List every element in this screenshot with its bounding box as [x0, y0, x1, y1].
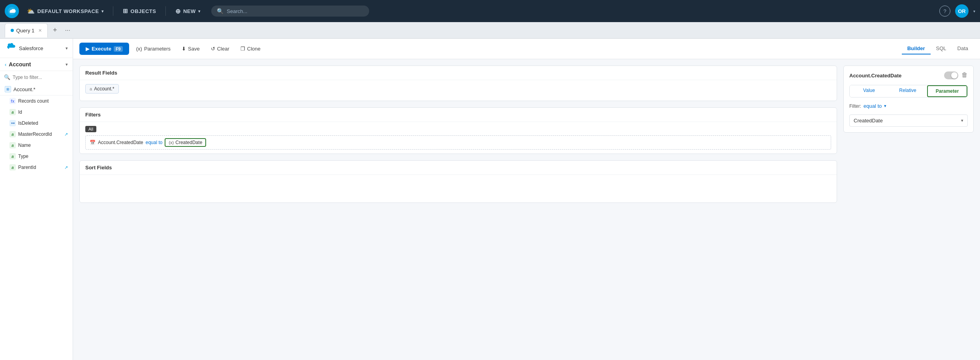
field-type-toggle-icon: ⊶ [9, 120, 16, 126]
toggle-knob [951, 72, 957, 79]
field-label-records-count: Records count [18, 98, 68, 104]
help-button[interactable]: ? [939, 6, 950, 17]
field-link-parentid[interactable]: ↗ [64, 165, 68, 170]
sidebar-filter-input[interactable] [13, 75, 72, 80]
filter-row-op: equal to [146, 140, 163, 145]
filters-body: All 📅 Account.CreatedDate equal to (x) C… [80, 122, 837, 154]
field-link-masterrecordid[interactable]: ↗ [64, 132, 68, 137]
tab-data[interactable]: Data [952, 43, 974, 54]
execute-button[interactable]: ▶ Execute F9 [79, 43, 129, 55]
objects-label: OBJECTS [131, 8, 156, 14]
filter-op-label: Filter: [849, 103, 861, 109]
sidebar-account-label: Account [9, 61, 66, 68]
filter-param-value: CreatedDate [175, 140, 202, 145]
clone-icon: ❐ [240, 46, 245, 52]
delete-button[interactable]: 🗑 [961, 71, 968, 79]
filter-value-tab[interactable]: Value [850, 85, 888, 97]
sidebar-field-masterrecordid[interactable]: a MasterRecordId ↗ [0, 129, 73, 140]
filter-value-tab-label: Value [863, 88, 875, 93]
sidebar-back-button[interactable]: ‹ [5, 62, 6, 68]
sidebar-field-name[interactable]: a Name [0, 140, 73, 151]
filter-type-tabs: Value Relative Parameter [849, 85, 968, 98]
right-panel: Account.CreatedDate 🗑 Value Relative [843, 66, 974, 133]
filter-relative-tab[interactable]: Relative [888, 85, 927, 97]
result-field-icon: a [90, 86, 92, 91]
field-label-name: Name [18, 142, 68, 148]
sidebar-field-records-count[interactable]: fx Records count [0, 96, 73, 107]
save-label: Save [188, 46, 200, 52]
tab-close-button[interactable]: ✕ [38, 28, 42, 33]
field-label-type: Type [18, 154, 68, 159]
sidebar-filter-row: 🔍 ⚙ ↺ [0, 71, 73, 83]
nav-sep-1 [113, 6, 113, 16]
workspace-nav-item[interactable]: ⛅ DEFAULT WORKSPACE ▾ [22, 5, 108, 17]
execute-label: Execute [92, 46, 111, 52]
sort-fields-header: Sort Fields [80, 161, 837, 175]
filter-param-icon: (x) [169, 140, 174, 145]
right-panel-actions: 🗑 [944, 71, 968, 79]
filter-row-icon: 📅 [90, 140, 96, 145]
global-search[interactable]: 🔍 Search... [211, 6, 369, 17]
filter-row-param[interactable]: (x) CreatedDate [165, 138, 206, 147]
filter-op-row: Filter: equal to ▾ [849, 103, 968, 109]
tab-label: Query 1 [16, 28, 34, 34]
sidebar-datasource-header[interactable]: Salesforce ▾ [0, 39, 73, 58]
workspace-label: DEFAULT WORKSPACE [38, 8, 99, 14]
tab-data-label: Data [957, 45, 968, 51]
save-button[interactable]: ⬇ Save [178, 43, 204, 54]
main-layout: Salesforce ▾ ‹ Account ▾ 🔍 ⚙ ↺ ⊞ Account… [0, 39, 980, 360]
sidebar-field-isdeleted[interactable]: ⊶ IsDeleted [0, 118, 73, 129]
field-type-a-icon-5: a [9, 164, 16, 171]
avatar-chevron[interactable]: ▾ [973, 9, 975, 13]
help-label: ? [943, 8, 946, 14]
tab-sql[interactable]: SQL [931, 43, 952, 54]
execute-shortcut: F9 [114, 46, 123, 52]
field-type-a-icon: a [9, 109, 16, 115]
sidebar-object-icon: ⊞ [5, 86, 11, 92]
sort-fields-body [80, 175, 837, 202]
field-label-id: Id [18, 109, 68, 115]
app-logo[interactable] [5, 4, 19, 18]
tab-builder[interactable]: Builder [902, 43, 931, 54]
result-field-chip[interactable]: a Account.* [85, 84, 119, 94]
sidebar-field-parentid[interactable]: a ParentId ↗ [0, 162, 73, 173]
sidebar-object-row[interactable]: ⊞ Account.* [0, 83, 73, 96]
datasource-chevron[interactable]: ▾ [66, 46, 68, 51]
filter-op-select[interactable]: equal to ▾ [864, 103, 886, 109]
new-label: NEW [183, 8, 196, 14]
filters-section: Filters All 📅 Account.CreatedDate equal … [79, 107, 837, 154]
sidebar-search-icon: 🔍 [4, 74, 10, 80]
filter-row-field: Account.CreatedDate [98, 140, 143, 145]
clone-button[interactable]: ❐ Clone [237, 43, 265, 54]
field-type-a-icon-2: a [9, 131, 16, 137]
sidebar: Salesforce ▾ ‹ Account ▾ 🔍 ⚙ ↺ ⊞ Account… [0, 39, 73, 360]
query-tab-1[interactable]: Query 1 ✕ [5, 23, 48, 38]
new-icon: ⊕ [175, 8, 181, 15]
result-fields-header: Result Fields [80, 66, 837, 80]
save-icon: ⬇ [182, 46, 186, 52]
objects-nav-item[interactable]: ⊞ OBJECTS [118, 5, 161, 17]
filter-param-select[interactable]: CreatedDate ▾ [849, 114, 968, 127]
clear-button[interactable]: ↺ Clear [207, 43, 233, 54]
filter-row[interactable]: 📅 Account.CreatedDate equal to (x) Creat… [85, 135, 831, 150]
field-type-fx-icon: fx [9, 98, 16, 104]
result-fields-title: Result Fields [85, 70, 117, 76]
right-panel-header: Account.CreatedDate 🗑 [849, 71, 968, 79]
more-tabs-icon: ··· [65, 27, 70, 34]
sort-fields-section: Sort Fields [79, 160, 837, 203]
query-builder: Result Fields a Account.* Filters [73, 59, 980, 360]
toggle-button[interactable] [944, 71, 958, 79]
parameters-button[interactable]: (x) Parameters [132, 43, 175, 54]
sidebar-account-chevron[interactable]: ▾ [66, 62, 68, 67]
user-avatar[interactable]: OR [955, 4, 969, 18]
add-tab-button[interactable]: + [49, 25, 60, 36]
parameters-icon: (x) [136, 46, 142, 52]
sidebar-field-type[interactable]: a Type [0, 151, 73, 162]
filter-op-chevron: ▾ [884, 103, 886, 109]
filters-title: Filters [85, 112, 101, 118]
sidebar-field-id[interactable]: a Id [0, 107, 73, 118]
more-tabs-button[interactable]: ··· [62, 25, 73, 36]
new-nav-item[interactable]: ⊕ NEW ▾ [171, 5, 205, 17]
filter-parameter-tab[interactable]: Parameter [927, 85, 967, 97]
workspace-icon: ⛅ [27, 8, 35, 15]
